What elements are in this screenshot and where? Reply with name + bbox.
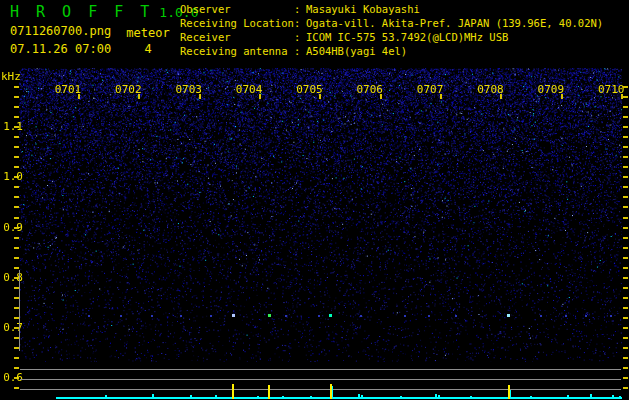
freq-tick-right xyxy=(623,347,628,349)
freq-tick-right xyxy=(623,257,628,259)
station-row-label: Observer xyxy=(180,2,294,16)
time-tick xyxy=(199,94,201,99)
time-tick xyxy=(138,94,140,99)
freq-tick-right xyxy=(623,247,628,249)
echo-dot-faint xyxy=(151,315,153,317)
time-tick xyxy=(380,94,382,99)
echo-dot-faint xyxy=(428,315,430,317)
freq-tick-right xyxy=(623,357,628,359)
freq-tick-right xyxy=(623,186,628,188)
station-row-colon: : xyxy=(294,16,306,30)
meteor-echo-dot xyxy=(507,314,510,317)
freq-tick-right xyxy=(623,106,628,108)
signal-bar xyxy=(470,396,472,399)
signal-bar xyxy=(105,395,107,399)
meteor-marker xyxy=(508,385,510,399)
freq-tick-left xyxy=(14,247,19,249)
freq-tick-right xyxy=(623,166,628,168)
level-grid-line xyxy=(20,389,621,390)
echo-dot-faint xyxy=(404,315,406,317)
echo-dot-faint xyxy=(88,315,90,317)
station-row-label: Receiving Location xyxy=(180,16,294,30)
freq-tick-left xyxy=(14,237,19,239)
signal-bar xyxy=(282,396,284,399)
station-row-value: Ogata-vill. Akita-Pref. JAPAN (139.96E, … xyxy=(306,16,603,30)
echo-dot-faint xyxy=(565,315,567,317)
freq-label: 1.1 xyxy=(0,120,23,133)
freq-tick-right xyxy=(623,297,628,299)
freq-tick-left xyxy=(14,86,19,88)
freq-tick-right xyxy=(623,206,628,208)
freq-tick-left xyxy=(14,136,19,138)
freq-tick-left xyxy=(14,116,19,118)
freq-tick-right xyxy=(623,176,628,178)
station-row-value: Masayuki Kobayashi xyxy=(306,2,420,16)
station-row-value: ICOM IC-575 53.7492(@LCD)MHz USB xyxy=(306,30,508,44)
datetime-label: 07.11.26 07:00 xyxy=(10,42,111,56)
signal-baseline xyxy=(56,397,622,399)
signal-bar xyxy=(361,395,363,399)
time-tick xyxy=(440,94,442,99)
freq-tick-left xyxy=(14,146,19,148)
signal-bar xyxy=(215,395,217,399)
freq-tick-right xyxy=(623,136,628,138)
signal-bar xyxy=(612,395,614,399)
station-row-label: Receiving antenna xyxy=(180,44,294,58)
freq-tick-right xyxy=(623,196,628,198)
station-row-value: A504HB(yagi 4el) xyxy=(306,44,407,58)
freq-tick-right xyxy=(623,237,628,239)
freq-tick-left xyxy=(14,217,19,219)
freq-tick-right xyxy=(623,96,628,98)
freq-tick-left xyxy=(14,387,19,389)
freq-tick-right xyxy=(623,337,628,339)
station-row: Receiver:ICOM IC-575 53.7492(@LCD)MHz US… xyxy=(180,30,603,44)
app-title-letters: H R O F F T xyxy=(10,3,153,21)
freq-tick-right xyxy=(623,327,628,329)
time-tick xyxy=(259,94,261,99)
station-row: Receiving Location:Ogata-vill. Akita-Pre… xyxy=(180,16,603,30)
signal-bar xyxy=(257,396,259,399)
freq-tick-right xyxy=(623,217,628,219)
echo-dot-faint xyxy=(540,315,542,317)
echo-dot-faint xyxy=(610,315,612,317)
echo-dot-faint xyxy=(585,315,587,317)
signal-bar xyxy=(567,395,569,399)
freq-tick-right xyxy=(623,146,628,148)
freq-tick-left xyxy=(14,206,19,208)
echo-dot-faint xyxy=(180,315,182,317)
echo-dot-faint xyxy=(360,315,362,317)
freq-tick-right xyxy=(623,86,628,88)
signal-bar xyxy=(190,395,192,399)
station-row-colon: : xyxy=(294,44,306,58)
freq-label: 0.9 xyxy=(0,221,23,234)
freq-tick-left xyxy=(14,267,19,269)
freq-tick-right xyxy=(623,156,628,158)
freq-tick-left xyxy=(14,196,19,198)
freq-tick-left xyxy=(14,186,19,188)
level-grid-line xyxy=(20,369,621,370)
spectrogram-canvas xyxy=(19,68,622,362)
station-row-label: Receiver xyxy=(180,30,294,44)
app-title: H R O F F T1.0.0 xyxy=(10,3,198,21)
station-row: Receiving antenna:A504HB(yagi 4el) xyxy=(180,44,603,58)
freq-tick-right xyxy=(623,267,628,269)
freq-tick-left xyxy=(14,257,19,259)
signal-bar xyxy=(152,394,154,399)
meteor-count: 4 xyxy=(118,42,178,56)
output-filename: 0711260700.png xyxy=(10,24,111,38)
freq-tick-right xyxy=(623,287,628,289)
echo-dot-faint xyxy=(120,315,122,317)
freq-tick-left xyxy=(14,106,19,108)
echo-dot-faint xyxy=(318,315,320,317)
freq-tick-right xyxy=(623,307,628,309)
freq-tick-left xyxy=(14,367,19,369)
station-info: Observer:Masayuki KobayashiReceiving Loc… xyxy=(180,2,603,58)
signal-bar xyxy=(358,394,360,399)
hrofft-screen: H R O F F T1.0.0 0711260700.png meteor 0… xyxy=(0,0,629,400)
signal-bar xyxy=(310,396,312,399)
station-row: Observer:Masayuki Kobayashi xyxy=(180,2,603,16)
meteor-echo-dot xyxy=(268,314,271,317)
station-row-colon: : xyxy=(294,2,306,16)
freq-label: 0.6 xyxy=(0,371,23,384)
echo-dot-faint xyxy=(455,315,457,317)
